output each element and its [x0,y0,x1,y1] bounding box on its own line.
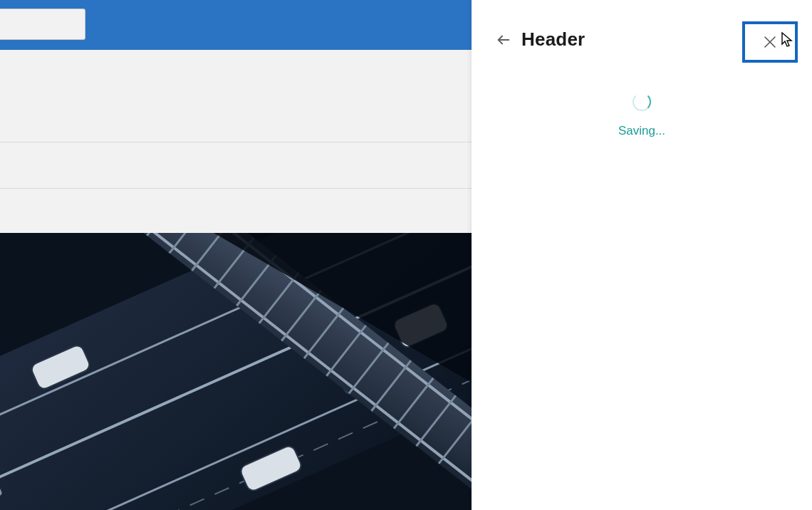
command-bar [0,0,472,50]
content-gap [0,189,472,233]
hero-image [0,233,472,510]
content-row-2 [0,142,472,189]
spinner-icon [633,93,651,111]
back-icon[interactable] [496,32,511,48]
panel-title: Header [521,28,585,51]
loading-indicator: Saving... [472,93,812,138]
header-panel: Header Saving... [472,0,812,510]
input-field[interactable] [0,9,85,40]
close-button[interactable] [742,21,798,63]
content-row-1 [0,50,472,142]
main-page-dimmed [0,0,472,510]
status-text: Saving... [618,124,665,138]
